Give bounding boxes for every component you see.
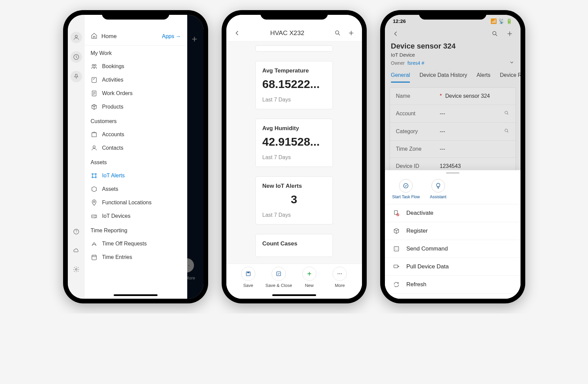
timeoff-icon bbox=[91, 240, 97, 247]
new-button[interactable]: New bbox=[294, 267, 325, 288]
back-button[interactable] bbox=[232, 28, 242, 38]
more-button[interactable]: More bbox=[325, 267, 355, 288]
add-icon[interactable] bbox=[505, 29, 514, 38]
nav-iot-alerts-label: IoT Alerts bbox=[102, 173, 125, 179]
refresh-icon bbox=[392, 280, 400, 289]
nav-iot-alerts[interactable]: IoT Alerts bbox=[85, 169, 187, 182]
new-label: New bbox=[305, 283, 314, 288]
owner-value[interactable]: fsres4 # bbox=[408, 60, 424, 66]
svg-rect-32 bbox=[394, 246, 398, 251]
nav-workorders-label: Work Orders bbox=[102, 90, 133, 96]
field-timezone[interactable]: Time Zone --- bbox=[390, 141, 515, 158]
svg-rect-18 bbox=[92, 255, 96, 260]
chevron-down-icon[interactable] bbox=[509, 60, 514, 66]
card-count-cases[interactable]: Count Cases bbox=[255, 234, 333, 257]
svg-point-10 bbox=[93, 146, 95, 148]
action-register[interactable]: Register bbox=[385, 222, 521, 240]
tab-general[interactable]: General bbox=[391, 72, 410, 83]
nav-timeoff-label: Time Off Requests bbox=[102, 241, 147, 247]
nav-accounts[interactable]: Accounts bbox=[85, 128, 187, 141]
section-mywork: My Work bbox=[85, 46, 187, 60]
profile-icon[interactable] bbox=[71, 32, 82, 43]
page-title: HVAC X232 bbox=[246, 29, 329, 37]
pin-icon[interactable] bbox=[71, 71, 82, 82]
section-customers: Customers bbox=[85, 114, 187, 128]
svg-point-26 bbox=[493, 31, 496, 35]
nav-bookings[interactable]: Bookings bbox=[85, 60, 187, 73]
help-icon[interactable]: ? bbox=[71, 226, 82, 237]
save-close-label: Save & Close bbox=[265, 283, 292, 288]
save-close-button[interactable]: Save & Close bbox=[263, 267, 294, 288]
activities-icon bbox=[91, 77, 97, 83]
nav-workorders[interactable]: Work Orders bbox=[85, 87, 187, 100]
back-button[interactable] bbox=[391, 29, 400, 38]
field-account[interactable]: Account --- bbox=[390, 105, 515, 123]
nav-timeentries[interactable]: Time Entries bbox=[85, 250, 187, 264]
products-icon bbox=[91, 104, 97, 110]
quick-start-task-flow[interactable]: Start Task Flow bbox=[392, 179, 420, 199]
svg-point-13 bbox=[92, 177, 93, 178]
title-block: Device sensor 324 IoT Device Owner fsres… bbox=[385, 40, 521, 69]
devices-icon bbox=[91, 213, 97, 219]
svg-point-11 bbox=[92, 173, 93, 174]
cloud-icon[interactable] bbox=[71, 245, 82, 256]
card-label: Count Cases bbox=[262, 240, 326, 247]
svg-point-4 bbox=[75, 269, 77, 270]
nav-contacts[interactable]: Contacts bbox=[85, 141, 187, 155]
home-label: Home bbox=[102, 33, 158, 40]
action-send-command[interactable]: Send Command bbox=[385, 240, 521, 258]
field-label: Category bbox=[396, 128, 440, 135]
sheet-handle[interactable] bbox=[446, 172, 459, 174]
svg-point-24 bbox=[339, 273, 340, 274]
tab-alerts[interactable]: Alerts bbox=[477, 72, 491, 83]
card-new-iot-alerts[interactable]: New IoT Alerts 3 Last 7 Days bbox=[255, 176, 333, 225]
add-icon[interactable] bbox=[346, 28, 356, 38]
wifi-icon: 📡 bbox=[498, 18, 505, 24]
svg-point-27 bbox=[505, 111, 507, 114]
field-category[interactable]: Category --- bbox=[390, 123, 515, 141]
nav-activities-label: Activities bbox=[102, 77, 123, 83]
action-deactivate[interactable]: Deactivate bbox=[385, 204, 521, 222]
svg-rect-9 bbox=[92, 133, 96, 137]
svg-point-17 bbox=[92, 216, 93, 217]
field-label: Time Zone bbox=[396, 146, 440, 152]
nav-activities[interactable]: Activities bbox=[85, 73, 187, 87]
search-icon[interactable] bbox=[333, 28, 342, 38]
lookup-icon[interactable] bbox=[504, 128, 509, 135]
action-email-link[interactable]: Email a Link bbox=[385, 294, 521, 299]
quick-actions: Start Task Flow Assistant bbox=[385, 177, 521, 204]
svg-point-25 bbox=[341, 273, 342, 274]
lookup-icon[interactable] bbox=[504, 110, 509, 117]
nav-timeoff[interactable]: Time Off Requests bbox=[85, 237, 187, 250]
action-pull-device-data[interactable]: Pull Device Data bbox=[385, 258, 521, 276]
card-label: New IoT Alerts bbox=[262, 183, 326, 189]
apps-link[interactable]: Apps → bbox=[162, 33, 181, 39]
quick-label: Start Task Flow bbox=[392, 195, 420, 199]
svg-rect-37 bbox=[394, 265, 398, 268]
settings-icon[interactable] bbox=[71, 264, 82, 275]
notch bbox=[419, 10, 486, 20]
tab-device-data-history[interactable]: Device Data History bbox=[419, 72, 467, 83]
search-icon[interactable] bbox=[490, 29, 500, 38]
card-avg-humidity[interactable]: Avg Humidity 42.91528... Last 7 Days bbox=[255, 119, 333, 167]
nav-products[interactable]: Products bbox=[85, 100, 187, 114]
field-label: Device ID bbox=[396, 163, 440, 169]
field-name[interactable]: Name * Device sensor 324 bbox=[390, 88, 515, 105]
tab-device-r[interactable]: Device R bbox=[500, 72, 521, 83]
quick-assistant[interactable]: Assistant bbox=[430, 179, 446, 199]
card-avg-temperature[interactable]: Avg Temperature 68.15222... Last 7 Days bbox=[255, 61, 333, 109]
scroll-area[interactable]: Avg Temperature 68.15222... Last 7 Days … bbox=[226, 41, 362, 264]
save-button[interactable]: Save bbox=[233, 267, 264, 288]
svg-text:?: ? bbox=[75, 230, 77, 233]
nav-devices[interactable]: IoT Devices bbox=[85, 209, 187, 223]
recent-icon[interactable] bbox=[71, 51, 82, 63]
field-label: Account bbox=[396, 111, 440, 117]
section-timereporting: Time Reporting bbox=[85, 223, 187, 237]
nav-assets[interactable]: Assets bbox=[85, 182, 187, 196]
card-label: Avg Temperature bbox=[262, 67, 326, 74]
page-subtitle: IoT Device bbox=[391, 52, 514, 58]
form: Name * Device sensor 324 Account --- Cat… bbox=[390, 87, 516, 175]
action-refresh[interactable]: Refresh bbox=[385, 276, 521, 294]
nav-locations[interactable]: Functional Locations bbox=[85, 196, 187, 209]
status-time: 12:26 bbox=[393, 18, 406, 24]
